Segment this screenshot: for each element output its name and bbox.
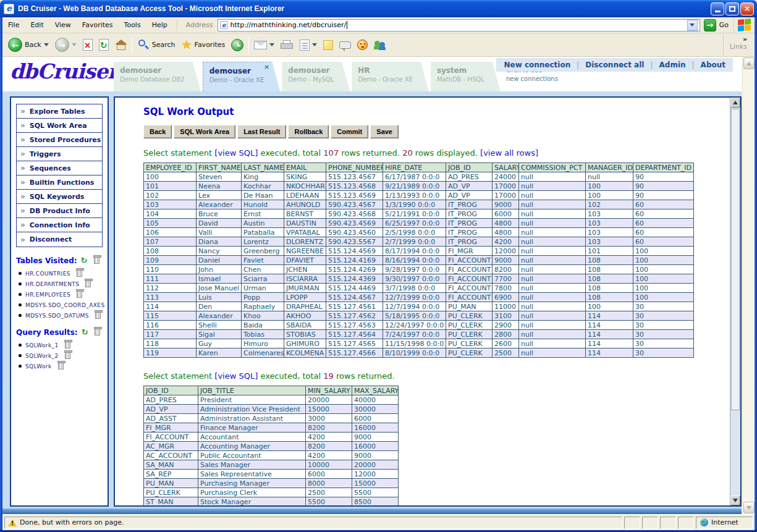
commit-button[interactable]: Commit: [331, 125, 368, 138]
history-button[interactable]: [228, 38, 247, 53]
trash-icon[interactable]: [65, 342, 70, 348]
tab-demouser-oracle-active[interactable]: demouser Demo - Oracle XE ×: [203, 62, 281, 91]
table-cell: 4200: [306, 451, 352, 460]
trash-icon[interactable]: [58, 363, 64, 369]
query-result-item[interactable]: SQLWork: [16, 359, 103, 369]
sidebar-item-connection-info[interactable]: »Connection Info: [17, 218, 102, 232]
scroll-up-button[interactable]: [743, 57, 755, 69]
notes-button[interactable]: [320, 39, 336, 51]
window-scrollbar[interactable]: [742, 57, 755, 514]
go-button[interactable]: →: [704, 19, 716, 32]
maximize-button[interactable]: [725, 2, 739, 15]
stop-button[interactable]: ×: [80, 38, 96, 52]
menu-help[interactable]: Help: [146, 19, 173, 32]
query-result-item[interactable]: SQLWork_2: [16, 348, 103, 359]
table-cell: AD_ASST: [144, 414, 198, 423]
tab-demouser-mysql[interactable]: demouser Demo - MySQL: [282, 62, 350, 91]
nav-about[interactable]: About: [701, 61, 725, 69]
print-button[interactable]: [277, 39, 297, 51]
rollback-button[interactable]: Rollback: [288, 125, 329, 138]
nav-disconnect-all[interactable]: Disconnect all: [585, 61, 644, 69]
home-button[interactable]: [112, 38, 130, 52]
table-cell: 9000: [352, 433, 399, 442]
sidebar-item-sql-keywords[interactable]: »SQL Keywords: [17, 190, 102, 204]
nav-admin[interactable]: Admin: [659, 61, 686, 69]
address-input[interactable]: e http://maththinking.net/dbcruiser/: [218, 19, 700, 32]
discuss-button[interactable]: [336, 40, 354, 50]
links-chevron-icon[interactable]: »: [743, 36, 747, 43]
scroll-down-button[interactable]: [743, 502, 755, 513]
table-cell: 40000: [352, 395, 399, 405]
links-bar[interactable]: » Links: [723, 35, 752, 55]
scroll-down-button[interactable]: [730, 496, 740, 505]
last-result-button[interactable]: Last Result: [237, 125, 286, 138]
edit-dropdown-icon[interactable]: [312, 43, 317, 46]
mail-dropdown-icon[interactable]: [269, 43, 274, 46]
close-button[interactable]: ×: [740, 2, 754, 15]
back-dropdown-icon[interactable]: [44, 43, 49, 46]
save-button[interactable]: Save: [370, 125, 399, 138]
table-cell: 111: [144, 274, 197, 284]
scroll-up-button[interactable]: [730, 98, 740, 108]
sidebar-item-db-product-info[interactable]: »DB Product Info: [17, 204, 102, 218]
query-result-item[interactable]: SQLWork_1: [16, 338, 103, 348]
trash-icon[interactable]: [85, 281, 91, 287]
sidebar-item-builtin-functions[interactable]: »Builtin Functions: [17, 175, 102, 190]
edit-button[interactable]: [297, 38, 320, 52]
trash-icon[interactable]: [95, 312, 101, 319]
table-row: 104BruceErnstBERNST590.423.45685/21/1991…: [144, 209, 694, 219]
trash-icon[interactable]: [94, 257, 99, 264]
msn-messenger-button[interactable]: [371, 38, 389, 51]
visited-table-item[interactable]: HR.EMPLOYEES: [16, 287, 103, 298]
sidebar-item-stored-procedures[interactable]: »Stored Procedures: [17, 133, 102, 147]
tab-demouser-db2[interactable]: demouser Demo Database DB2: [114, 62, 201, 91]
menu-file[interactable]: File: [2, 19, 25, 32]
view-sql-link[interactable]: [view SQL]: [214, 371, 258, 381]
nav-new-connection[interactable]: New connection: [504, 61, 570, 69]
back-button[interactable]: ← Back: [5, 36, 52, 53]
refresh-icon[interactable]: ↻: [82, 327, 88, 337]
sql-work-area-button[interactable]: SQL Work Area: [174, 125, 235, 138]
sidebar-item-explore-tables[interactable]: »Explore Tables: [17, 104, 102, 119]
table-cell: Popp: [242, 293, 284, 302]
sidebar-item-disconnect[interactable]: »Disconnect: [17, 232, 102, 247]
tab-close-icon[interactable]: ×: [264, 63, 269, 71]
mail-button[interactable]: [251, 40, 277, 51]
window-title: DB Cruiser - Web Based Database Access T…: [18, 4, 709, 13]
visited-table-item[interactable]: MDSYS.SDO_DATUMS: [16, 308, 103, 319]
sidebar-item-triggers[interactable]: »Triggers: [17, 147, 102, 161]
trash-icon[interactable]: [95, 329, 100, 336]
table-cell: 6000: [352, 414, 399, 423]
trash-icon[interactable]: [77, 291, 82, 298]
trash-icon[interactable]: [77, 270, 82, 277]
yahoo-messenger-button[interactable]: [354, 38, 371, 51]
menu-tools[interactable]: Tools: [119, 19, 146, 32]
favorites-button[interactable]: ★ Favorites: [179, 38, 229, 52]
forward-button[interactable]: →: [52, 36, 80, 53]
tab-hr-oracle[interactable]: HR Demo - Oracle XE: [352, 62, 429, 91]
menu-favorites[interactable]: Favorites: [77, 19, 119, 32]
view-sql-link[interactable]: [view SQL]: [214, 148, 258, 158]
minimize-button[interactable]: [711, 2, 724, 15]
visited-table-item[interactable]: HR.COUNTRIES: [16, 266, 103, 277]
search-button[interactable]: Search: [134, 38, 179, 53]
visited-table-item[interactable]: MDSYS.SDO_COORD_AXES: [16, 298, 103, 308]
address-dropdown-button[interactable]: [687, 20, 698, 31]
scrollbar-thumb[interactable]: [731, 109, 740, 410]
menu-view[interactable]: View: [49, 19, 77, 32]
table-cell: 108: [586, 293, 633, 302]
refresh-icon[interactable]: ↻: [81, 256, 88, 265]
menu-edit[interactable]: Edit: [25, 19, 49, 32]
sidebar-item-sequences[interactable]: »Sequences: [17, 161, 102, 175]
table-cell: 9000: [493, 200, 519, 209]
tab-system-hsql[interactable]: system MathDB - HSQL: [431, 62, 501, 91]
sidebar-item-sql-work-area[interactable]: »SQL Work Area: [17, 119, 102, 133]
table-cell: 100: [144, 172, 197, 182]
back-action-button[interactable]: Back: [143, 125, 172, 138]
refresh-button[interactable]: ↻: [96, 38, 112, 52]
view-all-rows-link[interactable]: [view all rows]: [480, 148, 538, 158]
visited-table-item[interactable]: HR.DEPARTMENTS: [16, 277, 103, 287]
trash-icon[interactable]: [65, 352, 70, 359]
edit-page-icon: [300, 40, 310, 51]
content-scrollbar[interactable]: [730, 98, 740, 505]
